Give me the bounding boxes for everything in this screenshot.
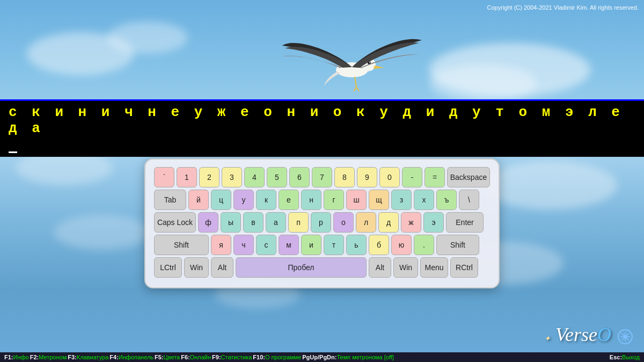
logo-icon	[617, 329, 633, 345]
key-л-2-8[interactable]: л	[356, 212, 376, 233]
status-item-f2: F2:Метроном	[30, 354, 67, 360]
key-backspace-0-13[interactable]: Backspace	[447, 167, 490, 187]
key-win-4-5[interactable]: Win	[393, 257, 418, 278]
key-ъ-1-12[interactable]: ъ	[436, 190, 457, 210]
key-alt-4-4[interactable]: Alt	[369, 257, 391, 278]
key-shift-3-11[interactable]: Shift	[436, 235, 479, 255]
key-ц-1-2[interactable]: ц	[211, 190, 231, 210]
key-3-0-3[interactable]: 3	[222, 167, 242, 187]
key-9-0-9[interactable]: 9	[357, 167, 377, 187]
key-х-1-11[interactable]: х	[414, 190, 434, 210]
key-ы-2-2[interactable]: ы	[221, 212, 241, 233]
key-р-2-6[interactable]: р	[311, 212, 331, 233]
key-ь-3-7[interactable]: ь	[346, 235, 367, 255]
keyboard-row-1: Tabйцукенгшщзхъ\	[154, 190, 490, 210]
status-item-f10: F10:О программе	[253, 354, 301, 360]
logo: ✦ VerseO	[544, 323, 633, 346]
svg-point-3	[369, 62, 370, 63]
status-left: F1:Инфо F2:Метроном F3:Клавиатура F4:Инф…	[4, 354, 394, 360]
key-enter-2-12[interactable]: Enter	[446, 212, 484, 233]
key-ю-3-9[interactable]: ю	[391, 235, 412, 255]
key-з-1-10[interactable]: з	[391, 190, 412, 210]
key-ч-3-2[interactable]: ч	[233, 235, 254, 255]
key-.-3-10[interactable]: .	[414, 235, 434, 255]
key-щ-1-9[interactable]: щ	[369, 190, 389, 210]
svg-point-5	[623, 335, 627, 339]
key-к-1-4[interactable]: к	[256, 190, 276, 210]
key-т-3-6[interactable]: т	[324, 235, 344, 255]
key-8-0-8[interactable]: 8	[334, 167, 355, 187]
status-item-f4: F4:Инфопанель	[109, 354, 153, 360]
key-а-2-4[interactable]: а	[266, 212, 286, 233]
status-item-f9: F9:Статистика	[212, 354, 252, 360]
key-shift-3-0[interactable]: Shift	[154, 235, 209, 255]
key-ф-2-1[interactable]: ф	[198, 212, 218, 233]
status-item-f3: F3:Клавиатура	[68, 354, 108, 360]
cloud-2	[107, 21, 188, 54]
key-1-0-1[interactable]: 1	[177, 167, 197, 187]
keyboard: `1234567890-=BackspaceTabйцукенгшщзхъ\Ca…	[144, 158, 500, 288]
cloud-7	[54, 215, 150, 250]
status-item-f6: F6:Онлайн	[181, 354, 211, 360]
key-н-1-6[interactable]: н	[301, 190, 321, 210]
key-е-1-5[interactable]: е	[279, 190, 299, 210]
key-п-2-5[interactable]: п	[288, 212, 309, 233]
key-`-0-0[interactable]: `	[154, 167, 174, 187]
key-win-4-1[interactable]: Win	[184, 257, 209, 278]
status-bar: F1:Инфо F2:Метроном F3:Клавиатура F4:Инф…	[0, 352, 644, 362]
key-б-3-8[interactable]: б	[369, 235, 389, 255]
keyboard-row-2: Caps LockфывапролджэEnter	[154, 212, 490, 233]
key-й-1-1[interactable]: й	[188, 190, 209, 210]
key-э-2-11[interactable]: э	[423, 212, 444, 233]
key-пробел-4-3[interactable]: Пробел	[236, 257, 367, 278]
status-item-pgup/pgdn: PgUp/PgDn:Темп метронома [off]	[302, 354, 394, 360]
key-2-0-2[interactable]: 2	[199, 167, 219, 187]
key-rctrl-4-7[interactable]: RCtrl	[450, 257, 478, 278]
key---0-11[interactable]: -	[402, 167, 422, 187]
status-item-f1: F1:Инфо	[4, 354, 29, 360]
logo-text: VerseO	[555, 324, 611, 345]
status-exit-label: Esc:Выход	[610, 354, 640, 360]
key-д-2-9[interactable]: д	[378, 212, 399, 233]
key-м-3-4[interactable]: м	[279, 235, 299, 255]
key-0-0-10[interactable]: 0	[379, 167, 400, 187]
key-в-2-3[interactable]: в	[243, 212, 264, 233]
keyboard-row-3: Shiftячсмитьбю.Shift	[154, 235, 490, 255]
key-4-0-4[interactable]: 4	[244, 167, 265, 187]
cloud-4	[429, 64, 537, 102]
key-г-1-7[interactable]: г	[324, 190, 344, 210]
key-tab-1-0[interactable]: Tab	[154, 190, 186, 210]
key-ш-1-8[interactable]: ш	[346, 190, 367, 210]
keyboard-row-0: `1234567890-=Backspace	[154, 167, 490, 187]
text-line1: с к и н и ч н е у ж е о н и о к у д и д …	[0, 99, 644, 140]
key-caps-lock-2-0[interactable]: Caps Lock	[154, 212, 196, 233]
text-line2	[0, 140, 644, 157]
keyboard-row-4: LCtrlWinAltПробелAltWinMenuRCtrl	[154, 257, 490, 278]
key-menu-4-6[interactable]: Menu	[420, 257, 448, 278]
cloud-6	[483, 161, 617, 209]
key-=-0-12[interactable]: =	[425, 167, 445, 187]
key-lctrl-4-0[interactable]: LCtrl	[154, 257, 182, 278]
key-\-1-13[interactable]: \	[459, 190, 479, 210]
text-display-bar: с к и н и ч н е у ж е о н и о к у д и д …	[0, 99, 644, 157]
logo-star: ✦	[544, 335, 551, 343]
status-item-f5: F5:Цвета	[155, 354, 180, 360]
key-alt-4-2[interactable]: Alt	[211, 257, 233, 278]
key-6-0-6[interactable]: 6	[289, 167, 310, 187]
key-с-3-3[interactable]: с	[256, 235, 276, 255]
key-5-0-5[interactable]: 5	[267, 167, 287, 187]
cursor	[9, 151, 17, 153]
key-у-1-3[interactable]: у	[233, 190, 254, 210]
key-я-3-1[interactable]: я	[211, 235, 231, 255]
copyright-text: Copyright (C) 2004-2021 Vladimir Kim. Al…	[487, 4, 639, 11]
key-ж-2-10[interactable]: ж	[401, 212, 421, 233]
key-о-2-7[interactable]: о	[333, 212, 354, 233]
key-7-0-7[interactable]: 7	[312, 167, 332, 187]
key-и-3-5[interactable]: и	[301, 235, 321, 255]
